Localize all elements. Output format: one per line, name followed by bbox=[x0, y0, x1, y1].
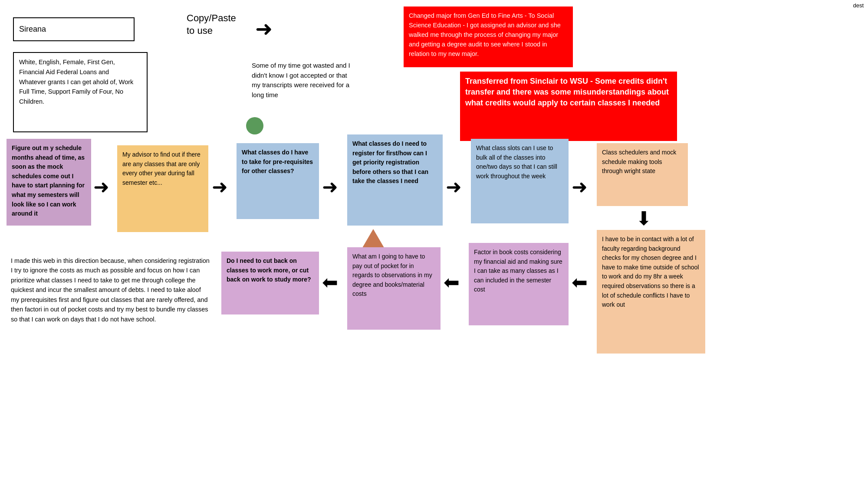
prereqs-card: What classes do I have to take for pre-r… bbox=[237, 143, 319, 219]
advisor-text: My advisor to find out if there are any … bbox=[122, 151, 201, 186]
class-slots-card: What class slots can I use to bulk all o… bbox=[471, 139, 569, 223]
changed-major-text: Changed major from Gen Ed to Fine Arts -… bbox=[409, 12, 561, 57]
changed-major-card: Changed major from Gen Ed to Fine Arts -… bbox=[404, 7, 573, 67]
dest-label: dest bbox=[853, 2, 864, 9]
name-input[interactable]: Sireana bbox=[13, 17, 135, 41]
arrow-3: ➜ bbox=[322, 176, 338, 198]
advisor-card: My advisor to find out if there are any … bbox=[117, 145, 208, 232]
wasted-time-content: Some of my time got wasted and I didn't … bbox=[252, 62, 350, 98]
faculty-contact-card: I have to be in contact with a lot of fa… bbox=[597, 230, 705, 354]
arrow-left-3: ⬅ bbox=[572, 271, 588, 293]
wasted-time-text: Some of my time got wasted and I didn't … bbox=[252, 61, 369, 100]
cut-back-card: Do I need to cut back on classes to work… bbox=[221, 252, 319, 314]
priority-reg-card: What classes do I need to register for f… bbox=[347, 134, 443, 226]
out-of-pocket-text: What am I going to have to pay out of po… bbox=[352, 253, 432, 297]
prereqs-text: What classes do I have to take for pre-r… bbox=[242, 149, 313, 174]
class-slots-text: What class slots can I use to bulk all o… bbox=[476, 144, 557, 180]
arrow-left-1: ⬅ bbox=[322, 271, 338, 293]
bottom-paragraph-text: I made this web in this direction becaus… bbox=[11, 257, 210, 323]
arrow-4: ➜ bbox=[446, 176, 462, 198]
arrow-left-2: ⬅ bbox=[444, 271, 460, 293]
demographics-card: White, English, Female, First Gen, Finan… bbox=[13, 52, 148, 132]
arrow-1: ➜ bbox=[93, 176, 109, 198]
schedulers-text: Class schedulers and mock schedule makin… bbox=[602, 149, 676, 174]
factor-book-text: Factor in book costs considering my fina… bbox=[474, 249, 562, 293]
demographics-text: White, English, Female, First Gen, Finan… bbox=[19, 59, 133, 105]
copy-paste-arrow: ➜ bbox=[255, 16, 273, 41]
transferred-text: Transferred from Sinclair to WSU - Some … bbox=[465, 77, 669, 107]
faculty-contact-text: I have to be in contact with a lot of fa… bbox=[602, 236, 699, 308]
schedulers-card: Class schedulers and mock schedule makin… bbox=[597, 143, 688, 206]
name-label: Sireana bbox=[19, 24, 46, 35]
figure-out-card: Figure out m y schedule months ahead of … bbox=[7, 139, 91, 226]
green-circle bbox=[246, 117, 263, 134]
arrow-2: ➜ bbox=[212, 176, 228, 198]
cut-back-text: Do I need to cut back on classes to work… bbox=[227, 257, 311, 283]
factor-book-card: Factor in book costs considering my fina… bbox=[469, 243, 569, 325]
arrow-down-1: ⬇ bbox=[636, 207, 652, 229]
triangle-indicator bbox=[361, 229, 385, 250]
bottom-paragraph: I made this web in this direction becaus… bbox=[11, 256, 210, 324]
copy-paste-heading: Copy/Paste to use bbox=[187, 12, 236, 37]
priority-reg-text: What classes do I need to register for f… bbox=[352, 140, 428, 184]
transferred-card: Transferred from Sinclair to WSU - Some … bbox=[460, 72, 677, 141]
out-of-pocket-card: What am I going to have to pay out of po… bbox=[347, 247, 441, 330]
arrow-5: ➜ bbox=[572, 176, 588, 198]
copy-paste-text: Copy/Paste to use bbox=[187, 13, 236, 36]
figure-out-text: Figure out m y schedule months ahead of … bbox=[12, 144, 85, 217]
